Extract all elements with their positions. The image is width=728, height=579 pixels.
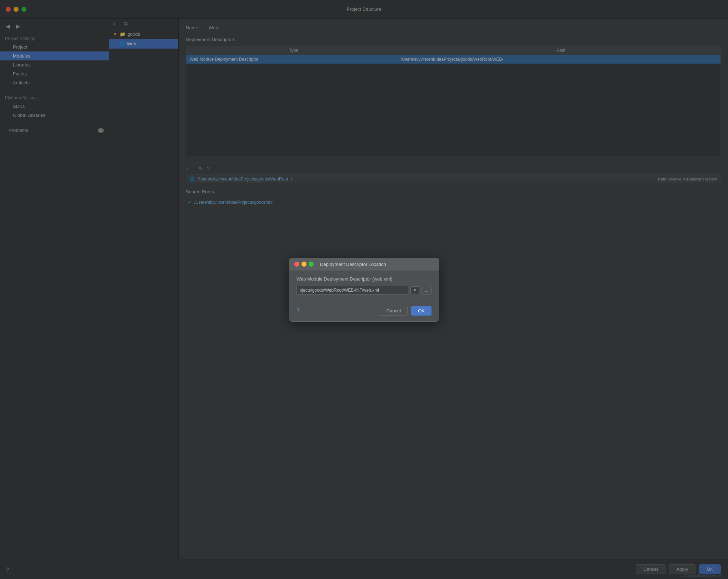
modal-minimize-button[interactable] <box>301 262 306 267</box>
modal-footer: ? Cancel OK <box>289 306 439 321</box>
modal-dropdown-button[interactable]: ▼ <box>410 286 419 294</box>
modal-dialog: Deployment Descriptor Location Web Modul… <box>289 258 439 322</box>
modal-title: Deployment Descriptor Location <box>320 262 386 267</box>
modal-body: Web Module Deployment Descriptor (web.xm… <box>289 271 439 306</box>
modal-titlebar: Deployment Descriptor Location <box>289 258 439 271</box>
modal-path-input[interactable]: ojects/goods/WebRoot/WEB-INF/web.xml <box>296 286 408 295</box>
modal-input-row: ojects/goods/WebRoot/WEB-INF/web.xml ▼ .… <box>296 286 432 295</box>
modal-overlay: Deployment Descriptor Location Web Modul… <box>0 0 728 579</box>
modal-descriptor-label: Web Module Deployment Descriptor (web.xm… <box>296 276 432 282</box>
modal-cancel-button[interactable]: Cancel <box>380 306 408 316</box>
modal-path-value: ojects/goods/WebRoot/WEB-INF/web.xml <box>300 288 379 293</box>
modal-maximize-button[interactable] <box>309 262 314 267</box>
modal-ok-button[interactable]: OK <box>411 306 432 316</box>
modal-browse-button[interactable]: ... <box>422 286 432 295</box>
modal-close-button[interactable] <box>294 262 299 267</box>
modal-help-icon[interactable]: ? <box>296 307 300 314</box>
